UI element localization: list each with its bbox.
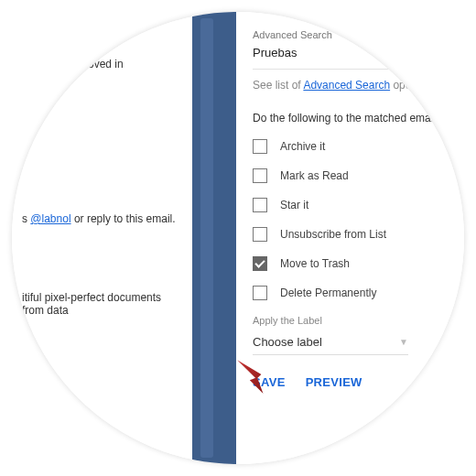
label-dropdown[interactable]: Choose label ▼ [253, 331, 408, 355]
check-mark-read[interactable]: Mark as Read [253, 168, 464, 183]
check-star[interactable]: Star it [253, 198, 464, 212]
checkbox-icon[interactable] [253, 256, 267, 271]
checkbox-icon[interactable] [253, 198, 267, 212]
check-label: Unsubscribe from List [280, 228, 386, 241]
check-delete[interactable]: Delete Permanently [253, 286, 464, 300]
adv-search-label: Advanced Search [253, 29, 464, 40]
email-fragment-2: s @labnol or reply to this email. [22, 212, 183, 225]
check-trash[interactable]: Move to Trash [253, 256, 464, 271]
apply-label-heading: Apply the Label [253, 315, 464, 326]
divider-bar [192, 12, 236, 464]
email-preview-pane: er is also removed in s @labnol or reply… [12, 12, 192, 464]
chevron-down-icon: ▼ [399, 337, 408, 347]
checkbox-icon[interactable] [253, 227, 267, 242]
check-label: Delete Permanently [280, 287, 376, 299]
email-fragment-1: er is also removed in [22, 58, 183, 70]
check-label: Star it [280, 199, 308, 211]
save-button[interactable]: SAVE [253, 375, 286, 389]
operators-link[interactable]: Advanced Search [303, 79, 390, 92]
check-unsubscribe[interactable]: Unsubscribe from List [253, 227, 464, 242]
scrollbar-track[interactable] [200, 18, 213, 458]
divider [253, 69, 464, 70]
check-label: Mark as Read [280, 169, 349, 182]
filter-settings-panel: Advanced Search Pruebas See list of Adva… [236, 12, 464, 464]
mention-link[interactable]: @labnol [30, 212, 70, 225]
dropdown-value: Choose label [253, 335, 322, 349]
preview-button[interactable]: PREVIEW [306, 375, 362, 389]
action-buttons: SAVE PREVIEW [253, 375, 464, 389]
check-label: Archive it [280, 140, 325, 153]
email-fragment-3: itiful pixel-perfect documents from data [22, 291, 183, 317]
checkbox-icon[interactable] [253, 168, 267, 183]
check-archive[interactable]: Archive it [253, 139, 464, 154]
adv-search-value[interactable]: Pruebas [253, 46, 464, 60]
checkbox-icon[interactable] [253, 286, 267, 300]
operators-hint: See list of Advanced Search operators [253, 79, 464, 92]
checkbox-icon[interactable] [253, 139, 267, 154]
actions-heading: Do the following to the matched emails: [253, 112, 464, 124]
check-label: Move to Trash [280, 257, 350, 270]
